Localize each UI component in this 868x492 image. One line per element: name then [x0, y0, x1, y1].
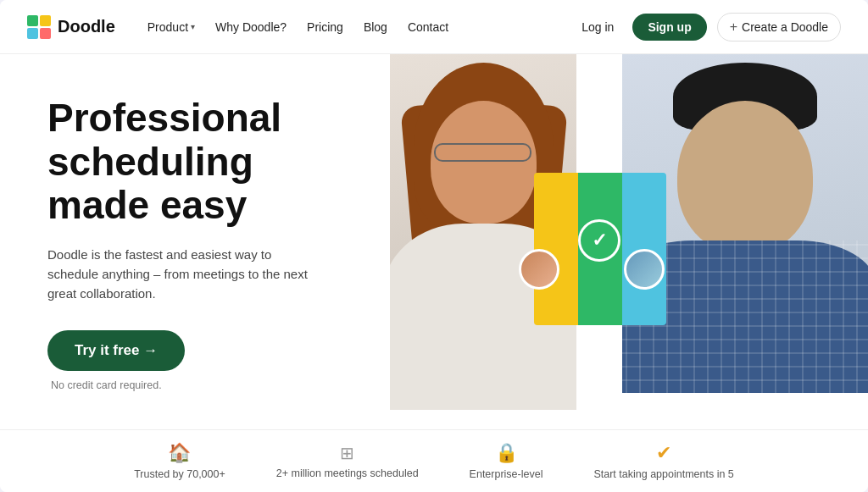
nav-links: Product ▾ Why Doodle? Pricing Blog Conta… — [139, 15, 573, 39]
create-doodle-button[interactable]: + Create a Doodle — [717, 13, 841, 41]
page-wrapper: Doodle Product ▾ Why Doodle? Pricing Blo… — [0, 0, 868, 492]
right-section: ✓ — [390, 54, 868, 429]
svg-rect-0 — [27, 15, 38, 26]
grid-icon: ⊞ — [340, 443, 354, 463]
face — [677, 101, 813, 253]
stat-appointments-label: Start taking appointments in 5 — [593, 468, 733, 480]
no-credit-card-note: No credit card required. — [51, 379, 363, 391]
hero-subtitle: Doodle is the fastest and easiest way to… — [47, 245, 319, 304]
logo[interactable]: Doodle — [27, 15, 115, 39]
avatar-left — [519, 249, 559, 290]
nav-item-blog[interactable]: Blog — [355, 15, 396, 39]
nav-item-product[interactable]: Product ▾ — [139, 15, 203, 39]
face — [431, 101, 537, 224]
stat-meetings-label: 2+ million meetings scheduled — [276, 467, 419, 479]
chevron-down-icon: ▾ — [191, 22, 195, 31]
check-circle: ✓ — [578, 219, 620, 262]
try-it-free-button[interactable]: Try it free → — [47, 330, 185, 371]
lock-icon: 🔒 — [495, 442, 518, 464]
signup-button[interactable]: Sign up — [632, 14, 706, 41]
nav-item-why-doodle[interactable]: Why Doodle? — [207, 15, 295, 39]
stat-meetings: ⊞ 2+ million meetings scheduled — [276, 443, 419, 479]
check-icon: ✓ — [592, 229, 607, 252]
glasses — [434, 143, 531, 162]
logo-text: Doodle — [58, 17, 115, 36]
svg-rect-3 — [40, 28, 51, 39]
login-button[interactable]: Log in — [573, 15, 622, 39]
check-badge-icon: ✔ — [656, 442, 671, 464]
stat-appointments: ✔ Start taking appointments in 5 — [593, 442, 733, 480]
bottom-stats: 🏠 Trusted by 70,000+ ⊞ 2+ million meetin… — [0, 429, 868, 492]
stat-enterprise: 🔒 Enterprise-level — [470, 442, 543, 480]
nav-right: Log in Sign up + Create a Doodle — [573, 13, 841, 41]
doodle-logo-icon — [27, 15, 51, 39]
left-section: Professional scheduling made easy Doodle… — [0, 54, 390, 429]
avatar-right — [624, 249, 665, 290]
nav-item-pricing[interactable]: Pricing — [298, 15, 352, 39]
nav-item-contact[interactable]: Contact — [399, 15, 457, 39]
stat-trusted: 🏠 Trusted by 70,000+ — [134, 442, 225, 480]
plus-icon: + — [730, 19, 737, 35]
stat-trusted-label: Trusted by 70,000+ — [134, 468, 225, 480]
navbar: Doodle Product ▾ Why Doodle? Pricing Blo… — [0, 0, 868, 54]
svg-rect-2 — [27, 28, 38, 39]
home-icon: 🏠 — [168, 442, 191, 464]
stat-enterprise-label: Enterprise-level — [470, 468, 543, 480]
main-content: Professional scheduling made easy Doodle… — [0, 54, 868, 429]
hero-title: Professional scheduling made easy — [47, 97, 363, 228]
svg-rect-1 — [40, 15, 51, 26]
